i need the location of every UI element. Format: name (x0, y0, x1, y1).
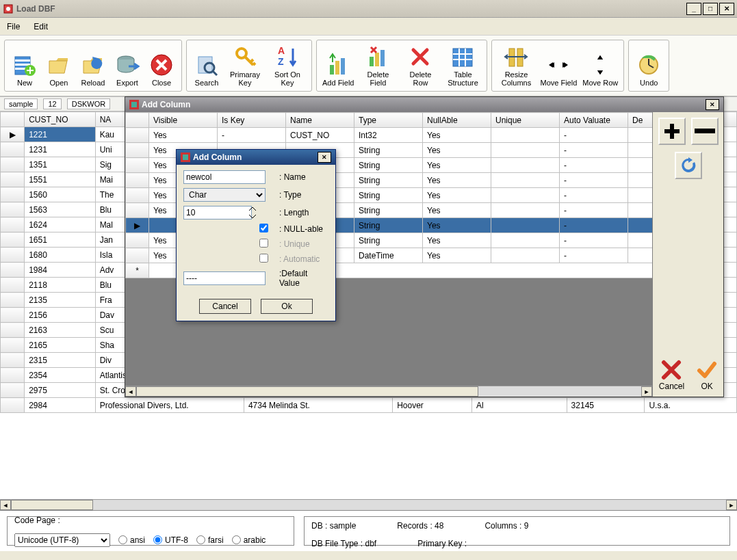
table-row[interactable]: 2984Professional Divers, Ltd.4734 Melind… (1, 398, 737, 413)
minus-button[interactable] (691, 118, 719, 145)
add-column-dialog: Add Column ✕ : Name Char : Type : Length… (176, 149, 336, 321)
dialog-ok-button[interactable]: Ok (261, 299, 313, 314)
side-cancel-button[interactable]: Cancel (659, 360, 684, 391)
toolbar-tablestructure[interactable]: Table Structure (443, 43, 482, 88)
status-db: sample (4, 98, 38, 109)
toolbar-addfield-label: Add Field (322, 79, 354, 87)
side-ok-button[interactable]: OK (697, 360, 717, 391)
toolbar-open[interactable]: Open (43, 43, 75, 88)
enc-farsi[interactable]: farsi (196, 535, 224, 545)
add-column-window: Add Column ✕ VisibleIs KeyNameTypeNullAb… (125, 96, 724, 397)
addcol-row[interactable]: Yes-CUST_NOInt32Yes- (126, 128, 653, 143)
toolbar-new-label: New (17, 79, 32, 87)
codepage-select[interactable]: Unicode (UTF-8) (14, 533, 110, 547)
status-file: DSKWOR (67, 98, 111, 109)
length-spinner[interactable] (246, 206, 259, 219)
ok-check-icon (697, 360, 717, 380)
menu-edit[interactable]: Edit (34, 22, 48, 31)
toolbar-close-label: Close (152, 79, 171, 87)
menu-file[interactable]: File (7, 22, 20, 31)
toolbar-addfield[interactable]: Add Field (321, 43, 355, 88)
plus-button[interactable] (658, 118, 686, 145)
add-column-dialog-titlebar[interactable]: Add Column ✕ (177, 150, 335, 165)
addcol-scroll-thumb[interactable] (136, 386, 478, 397)
name-input[interactable] (183, 170, 266, 184)
toolbar-moverow-label: Move Row (582, 79, 618, 87)
svg-rect-4 (15, 64, 30, 66)
addcol-horizontal-scrollbar[interactable]: ◄ ► (125, 386, 652, 397)
svg-rect-14 (330, 65, 334, 75)
undo-icon (636, 53, 661, 77)
toolbar-reload[interactable]: Reload (77, 43, 109, 88)
toolbar-resizecolumns-label: Resize Columns (497, 70, 534, 87)
main-area: CUST_NONA▶1221Kau1231Uni1351Sig1551Mai15… (0, 111, 737, 510)
close-button[interactable]: ✕ (719, 3, 734, 15)
toolbar-export[interactable]: Export (112, 43, 143, 88)
addcol-scroll-left[interactable]: ◄ (125, 386, 136, 397)
toolbar-sortonkey[interactable]: AZSort On Key (268, 43, 307, 88)
length-input[interactable] (183, 206, 252, 219)
tablestructure-icon (450, 44, 475, 69)
scroll-thumb[interactable] (11, 500, 93, 510)
scroll-right-arrow[interactable]: ► (726, 500, 737, 510)
toolbar-close[interactable]: Close (146, 43, 177, 88)
refresh-button[interactable] (675, 152, 702, 179)
svg-rect-19 (380, 50, 385, 66)
toolbar-group-move: Resize ColumnsMove FieldMove Row (491, 40, 624, 92)
info-records: Records : 48 (397, 521, 443, 531)
toolbar-movefield-label: Move Field (540, 79, 577, 87)
encoding-panel: Code Page : Unicode (UTF-8) ansi UTF-8 f… (7, 516, 294, 546)
minimize-button[interactable]: _ (686, 3, 701, 15)
default-value-input[interactable] (183, 271, 266, 285)
deleterow-icon (408, 44, 432, 69)
automatic-label: : Automatic (279, 254, 328, 264)
unique-checkbox[interactable] (259, 239, 268, 248)
automatic-checkbox[interactable] (259, 254, 268, 263)
dialog-close-button[interactable]: ✕ (318, 152, 331, 163)
maximize-button[interactable]: □ (703, 3, 718, 15)
toolbar-group-file: NewOpenReloadExportClose (4, 40, 182, 92)
primarykey-icon (233, 44, 257, 69)
status-rec: 12 (43, 98, 61, 109)
add-column-titlebar[interactable]: Add Column ✕ (125, 97, 723, 112)
enc-arabic[interactable]: arabic (232, 535, 266, 545)
addcol-scroll-right[interactable]: ► (641, 386, 652, 397)
info-primarykey: Primary Key : (417, 539, 467, 548)
toolbar-group-undo: Undo (628, 40, 669, 92)
toolbar-movefield[interactable]: Move Field (539, 43, 578, 88)
add-column-title: Add Column (142, 100, 190, 109)
toolbar-resizecolumns[interactable]: Resize Columns (496, 43, 536, 88)
svg-rect-16 (341, 58, 345, 75)
svg-rect-28 (695, 129, 715, 133)
toolbar-new[interactable]: New (9, 43, 40, 88)
svg-text:A: A (278, 45, 285, 56)
toolbar-deleterow[interactable]: Delete Row (400, 43, 440, 88)
new-icon (12, 53, 37, 77)
toolbar-deletefield[interactable]: Delete Field (358, 43, 398, 88)
svg-rect-27 (664, 129, 680, 133)
nullable-checkbox[interactable] (259, 224, 268, 232)
toolbar-search[interactable]: Search (191, 43, 222, 88)
close-icon (149, 53, 174, 77)
svg-text:Z: Z (278, 56, 284, 67)
side-ok-label: OK (701, 382, 713, 391)
app-icon (3, 3, 14, 14)
toolbar-open-label: Open (50, 79, 68, 87)
info-panel: DB : sample Records : 48 Columns : 9 DB … (304, 516, 730, 546)
toolbar-undo[interactable]: Undo (633, 43, 664, 88)
toolbar-group-keys: SearchPrimaray KeyAZSort On Key (186, 40, 312, 92)
toolbar-moverow[interactable]: Move Row (581, 43, 619, 88)
toolbar-tablestructure-label: Table Structure (444, 70, 481, 87)
main-horizontal-scrollbar[interactable]: ◄ ► (0, 499, 737, 510)
dialog-cancel-button[interactable]: Cancel (199, 299, 251, 314)
type-select[interactable]: Char (183, 188, 266, 202)
toolbar-primarykey[interactable]: Primaray Key (225, 43, 265, 88)
scroll-left-arrow[interactable]: ◄ (0, 500, 11, 510)
enc-utf8[interactable]: UTF-8 (153, 535, 188, 545)
add-column-close-button[interactable]: ✕ (706, 99, 719, 110)
toolbar: NewOpenReloadExportClose SearchPrimaray … (0, 36, 737, 96)
enc-ansi[interactable]: ansi (118, 535, 145, 545)
type-label: : Type (279, 190, 328, 200)
add-column-side-panel: Cancel OK (652, 112, 723, 397)
search-icon (194, 53, 219, 77)
